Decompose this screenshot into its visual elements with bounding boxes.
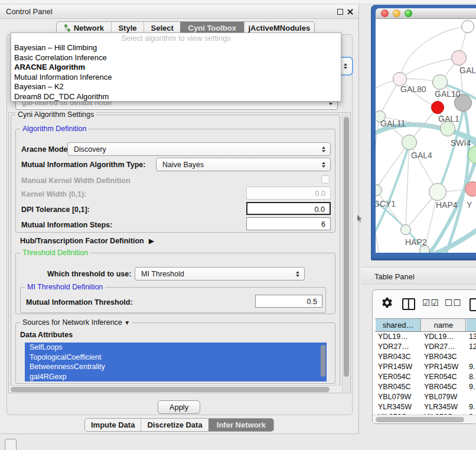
table-cell: 8. <box>466 372 476 382</box>
network-node[interactable] <box>465 181 476 197</box>
table-row[interactable]: YBL079WYBL079W <box>375 392 476 402</box>
collapsed-panel-icon[interactable] <box>5 439 17 450</box>
group-title: Threshold Definition <box>20 249 90 257</box>
table-cell: YBR045C <box>375 382 421 392</box>
tab-infer-network[interactable]: Infer Network <box>208 419 273 431</box>
network-node[interactable] <box>400 224 411 235</box>
table-cell: YDL19… <box>375 332 421 342</box>
group-title: MI Threshold Definition <box>25 283 105 291</box>
table-header: shared…name <box>375 318 476 332</box>
aracne-mode-combobox[interactable]: Discovery <box>67 142 331 156</box>
network-node[interactable] <box>451 50 467 66</box>
network-view-window: GALGAL80GAL10GAL1SWI4GAL11GAL4GCY1HAP4YH… <box>371 5 476 260</box>
table-row[interactable]: YDL19…YDL19…13 <box>375 332 476 342</box>
new-table-icon[interactable] <box>470 298 476 311</box>
show-columns-icon[interactable]: ☑☑ <box>422 298 439 308</box>
manual-kernel-checkbox[interactable] <box>321 175 330 184</box>
table-row[interactable]: YPR145WYPR145W9. <box>375 362 476 372</box>
hub-factor-expander[interactable]: Hub/Transcription Factor Definition▶ <box>20 237 154 245</box>
mouse-cursor <box>357 214 363 225</box>
table-cell: YLR345W <box>375 402 421 412</box>
algorithm-option-dream8-dc-tdc-algorithm[interactable]: Dream8 DC_TDC Algorithm <box>11 92 341 102</box>
table-cell: 13 <box>466 332 476 342</box>
mi-type-label: Mutual Information Algorithm Type: <box>21 161 145 169</box>
algorithm-option-basic-correlation-inference[interactable]: Basic Correlation Inference <box>11 53 341 63</box>
network-node[interactable] <box>461 20 474 33</box>
network-icon <box>64 24 71 32</box>
table-cell: 9. <box>466 402 476 412</box>
algorithm-option-bayesian-k2[interactable]: Bayesian – K2 <box>11 82 341 92</box>
table-horizontal-scrollbar[interactable] <box>373 415 476 423</box>
node-label-gal80: GAL80 <box>400 84 426 94</box>
settings-vertical-scrollbar[interactable] <box>342 113 350 392</box>
attribute-item-topologicalcoefficient[interactable]: TopologicalCoefficient <box>25 353 327 363</box>
table-cell: YBR043C <box>375 352 421 362</box>
attribute-item-gal4rgexp[interactable]: gal4RGexp <box>25 372 327 382</box>
bottom-tabs: Impute DataDiscretize DataInfer Network <box>84 418 274 432</box>
network-node[interactable] <box>429 183 446 201</box>
hide-columns-icon[interactable]: ☐☐ <box>445 298 462 308</box>
gear-icon[interactable] <box>381 296 393 311</box>
which-threshold-combobox[interactable]: MI Threshold <box>135 267 305 281</box>
table-row[interactable]: YLR345WYLR345W9. <box>375 402 476 412</box>
node-label-gal: GAL <box>459 66 476 75</box>
column-header-name[interactable]: name <box>421 319 466 331</box>
algorithm-option-mutual-information-inference[interactable]: Mutual Information Inference <box>11 73 341 83</box>
close-window-icon[interactable] <box>347 8 354 15</box>
column-header-2[interactable] <box>466 319 476 331</box>
attributes-list-scrollbar[interactable] <box>321 345 325 377</box>
column-header-shared[interactable]: shared… <box>375 319 421 331</box>
tab-discretize-data[interactable]: Discretize Data <box>141 419 208 431</box>
table-cell: YLR345W <box>421 402 466 412</box>
table-row[interactable]: YBR043CYBR043C <box>375 352 476 362</box>
node-label-swi4: SWI4 <box>451 138 471 148</box>
table-cell: YBR045C <box>421 382 466 392</box>
table-cell: YPR145W <box>421 362 466 372</box>
table-cell: 12 <box>466 342 476 352</box>
table-row[interactable]: YER054CYER054C8. <box>375 372 476 382</box>
sources-expander[interactable]: Sources for Network Inference ▼ <box>20 318 132 327</box>
network-node[interactable] <box>432 74 448 90</box>
algorithm-option-bayesian-hill-climbing[interactable]: Bayesian – Hill Climbing <box>11 43 341 53</box>
mi-threshold-field[interactable]: 0.5 <box>255 295 322 308</box>
table-row[interactable]: YBR045CYBR045C9. <box>375 382 476 392</box>
table-panel-window: ☑☑ ☐☐ shared…name YDL19…YDL19…13YDR27…YD… <box>372 289 476 424</box>
dpi-tolerance-field[interactable]: 0.0 <box>246 202 331 215</box>
algorithm-option-aracne-algorithm[interactable]: ARACNE Algorithm <box>11 63 341 73</box>
table-cell: YBL079W <box>421 392 466 402</box>
tab-impute-data[interactable]: Impute Data <box>85 419 141 431</box>
data-attributes-label: Data Attributes <box>20 331 73 339</box>
mi-steps-field[interactable]: 6 <box>246 217 331 230</box>
table-row[interactable]: YDR27…YDR27…12 <box>375 342 476 352</box>
group-title: Algorithm Definition <box>20 125 89 133</box>
mi-steps-label: Mutual Information Steps: <box>21 221 112 229</box>
split-columns-icon[interactable] <box>402 298 415 310</box>
network-window-titlebar[interactable] <box>376 8 476 19</box>
node-label-gcy1: GCY1 <box>376 199 396 208</box>
table-cell: YER054C <box>421 372 466 382</box>
attribute-item-selfloops[interactable]: SelfLoops <box>25 343 327 353</box>
close-traffic-light[interactable] <box>381 9 389 17</box>
table-cell: YDR27… <box>421 342 466 352</box>
dropdown-placeholder: Select algorithm to view settings <box>11 33 341 43</box>
network-canvas[interactable]: GALGAL80GAL10GAL1SWI4GAL11GAL4GCY1HAP4YH… <box>376 19 476 253</box>
network-node[interactable] <box>402 135 417 150</box>
node-label-gal10: GAL10 <box>435 89 461 99</box>
minimize-traffic-light[interactable] <box>393 9 400 17</box>
network-node[interactable] <box>431 101 444 114</box>
control-panel-titlebar: Control Panel <box>0 5 358 19</box>
top-strip <box>0 0 476 4</box>
chevron-updown-icon <box>293 271 302 277</box>
table-panel-titlebar: Table Panel <box>361 267 476 285</box>
dpi-tolerance-label: DPI Tolerance [0,1]: <box>21 206 90 214</box>
node-label-y: Y <box>467 200 472 210</box>
attribute-item-betweennesscentrality[interactable]: BetweennessCentrality <box>25 362 327 372</box>
settings-horizontal-scrollbar[interactable] <box>9 385 350 393</box>
table-cell: 9. <box>466 362 476 372</box>
float-window-icon[interactable] <box>337 9 343 15</box>
mi-algorithm-type-combobox[interactable]: Naive Bayes <box>156 158 331 171</box>
zoom-traffic-light[interactable] <box>405 9 412 17</box>
kernel-width-field[interactable]: 0.0 <box>246 187 331 200</box>
apply-button[interactable]: Apply <box>158 400 200 414</box>
table-cell: YDL19… <box>421 332 466 342</box>
